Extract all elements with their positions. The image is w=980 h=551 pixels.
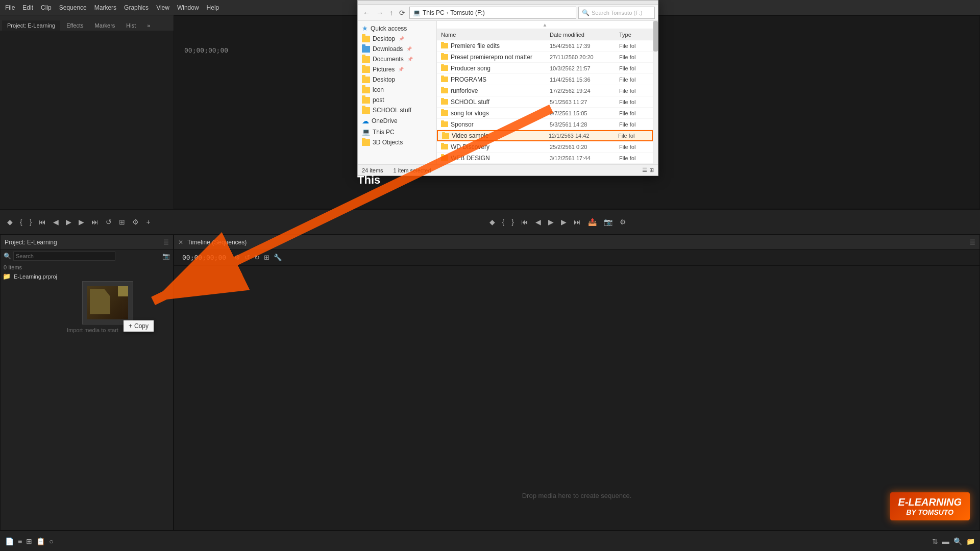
icon-view-btn[interactable]: ⊞ xyxy=(26,537,32,545)
tab-hist[interactable]: Hist xyxy=(121,20,141,31)
play-btn[interactable]: ▶ xyxy=(64,217,74,227)
meta-view-btn[interactable]: 📋 xyxy=(36,537,45,545)
forward-btn[interactable]: → xyxy=(374,8,385,18)
sidebar-item-desktop-1[interactable]: Desktop xyxy=(358,34,436,44)
step-fwd-btn[interactable]: ▶ xyxy=(77,217,86,227)
sidebar-item-pictures[interactable]: Pictures xyxy=(358,64,436,74)
safe-margin-btn[interactable]: ⊞ xyxy=(117,217,127,227)
menu-graphics[interactable]: Graphics xyxy=(124,4,149,11)
file-row-premiere-edits[interactable]: Premiere file edits 15/4/2561 17:39 File… xyxy=(437,40,653,52)
tl-tool-5[interactable]: 🔧 xyxy=(274,254,282,261)
r-mark-in-btn[interactable]: { xyxy=(500,217,507,227)
folder-icon-row xyxy=(441,65,448,71)
timeline-menu-icon[interactable]: ☰ xyxy=(970,239,975,246)
menu-sequence[interactable]: Sequence xyxy=(59,4,87,11)
menu-clip[interactable]: Clip xyxy=(41,4,52,11)
mark-out-btn[interactable]: } xyxy=(28,217,34,227)
col-type-header[interactable]: Type xyxy=(617,32,653,38)
timeline-panel: ✕ Timeline (Sequences) ☰ 00;00;00;00 ⚙ ↺… xyxy=(174,235,980,531)
tab-markers[interactable]: Markers xyxy=(90,20,120,31)
list-view-btn[interactable]: ≡ xyxy=(18,537,22,545)
sidebar-item-desktop-2[interactable]: Desktop xyxy=(358,74,436,85)
tab-expand[interactable]: » xyxy=(142,20,155,31)
close-tab-icon[interactable]: ✕ xyxy=(178,239,183,246)
view-icons-btn[interactable]: ⊞ xyxy=(649,167,654,173)
menu-markers[interactable]: Markers xyxy=(94,4,116,11)
scroll-up-indicator[interactable]: ▲ xyxy=(437,21,653,29)
file-row-programs[interactable]: PROGRAMS 11/4/2561 15:36 File fol xyxy=(437,74,653,85)
add-marker-btn[interactable]: ◆ xyxy=(5,217,15,227)
tl-tool-3[interactable]: ↻ xyxy=(254,254,260,261)
file-row-video-sample[interactable]: Video sample 12/1/2563 14:42 File fol xyxy=(437,130,653,141)
freeform-btn[interactable]: ○ xyxy=(49,537,53,545)
file-row-producer-song[interactable]: Producer song 10/3/2562 21:57 File fol xyxy=(437,63,653,74)
file-row-sponsor[interactable]: Sponsor 5/3/2561 14:28 File fol xyxy=(437,119,653,130)
file-row-web-design[interactable]: WEB DESIGN 3/12/2561 17:44 File fol xyxy=(437,153,653,164)
sidebar-item-onedrive[interactable]: ☁ OneDrive xyxy=(358,115,436,127)
col-name-header[interactable]: Name xyxy=(437,32,546,38)
r-go-next-btn[interactable]: ⏭ xyxy=(572,217,583,227)
tab-effects[interactable]: Effects xyxy=(61,20,88,31)
scroll-thumb[interactable] xyxy=(653,21,658,52)
settings-btn[interactable]: ⚙ xyxy=(130,217,141,227)
menu-file[interactable]: File xyxy=(5,4,15,11)
go-prev-btn[interactable]: ⏮ xyxy=(37,217,48,227)
refresh-btn[interactable]: ⟳ xyxy=(397,8,407,18)
add-btn[interactable]: + xyxy=(144,217,152,227)
menu-view[interactable]: View xyxy=(156,4,169,11)
folder-icon-row xyxy=(441,77,448,82)
r-go-prev-btn[interactable]: ⏮ xyxy=(519,217,530,227)
sidebar-item-documents[interactable]: Documents xyxy=(358,54,436,64)
tl-tool-4[interactable]: ⊞ xyxy=(264,254,270,261)
tl-tool-1[interactable]: ⚙ xyxy=(234,254,240,261)
camera-add-icon[interactable]: 📷 xyxy=(162,253,170,260)
menu-window[interactable]: Window xyxy=(177,4,199,11)
address-bar[interactable]: 💻 This PC › Tomsuto (F:) xyxy=(409,7,576,19)
sidebar-item-quick-access[interactable]: ★ Quick access xyxy=(358,23,436,34)
tab-project[interactable]: Project: E-Learning xyxy=(2,20,60,31)
step-back-btn[interactable]: ◀ xyxy=(51,217,61,227)
timeline-tab-label: Timeline (Sequences) xyxy=(187,239,247,246)
r-step-back-btn[interactable]: ◀ xyxy=(533,217,543,227)
file-row-runforlove[interactable]: runforlove 17/2/2562 19:24 File fol xyxy=(437,85,653,96)
file-row-wd-discovery[interactable]: WD Discovery 25/2/2561 0:20 File fol xyxy=(437,141,653,153)
breadcrumb-tomsuto[interactable]: Tomsuto (F:) xyxy=(450,9,484,16)
go-next-btn[interactable]: ⏭ xyxy=(89,217,101,227)
panel-menu-icon[interactable]: ☰ xyxy=(163,239,169,246)
file-row-school-stuff[interactable]: SCHOOL stuff 5/1/2563 11:27 File fol xyxy=(437,96,653,108)
loop-btn[interactable]: ↺ xyxy=(104,217,114,227)
file-row-song-vlogs[interactable]: song for vlogs 9/7/2561 15:05 File fol xyxy=(437,108,653,119)
sidebar-item-school[interactable]: SCHOOL stuff xyxy=(358,105,436,115)
folder-btn[interactable]: 📁 xyxy=(966,537,975,545)
r-add-marker-btn[interactable]: ◆ xyxy=(487,217,497,227)
r-step-fwd-btn[interactable]: ▶ xyxy=(559,217,569,227)
sidebar-item-downloads[interactable]: Downloads xyxy=(358,44,436,54)
tl-tool-2[interactable]: ↺ xyxy=(244,254,250,261)
col-date-header[interactable]: Date modified xyxy=(546,32,617,38)
r-settings-btn[interactable]: ⚙ xyxy=(618,217,628,227)
sort-btn[interactable]: ⇅ xyxy=(932,537,938,545)
project-search-input[interactable] xyxy=(13,252,115,261)
explorer-search-box[interactable]: 🔍 Search Tomsuto (F:) xyxy=(578,7,655,19)
file-row-preset[interactable]: Preset premierepro not matter 27/11/2560… xyxy=(437,52,653,63)
new-item-btn[interactable]: 📄 xyxy=(5,537,14,545)
sidebar-item-post[interactable]: post xyxy=(358,95,436,105)
search-btn[interactable]: 🔍 xyxy=(953,537,962,545)
sidebar-item-3d[interactable]: 3D Objects xyxy=(358,137,436,147)
r-camera-btn[interactable]: 📷 xyxy=(602,217,615,227)
menu-edit[interactable]: Edit xyxy=(22,4,33,11)
view-details-icon[interactable]: ☰ xyxy=(642,167,647,173)
breadcrumb-this-pc[interactable]: This PC xyxy=(423,9,445,16)
menu-help[interactable]: Help xyxy=(207,4,219,11)
sidebar-item-this-pc[interactable]: 💻 This PC xyxy=(358,127,436,137)
explorer-scrollbar[interactable] xyxy=(653,21,658,164)
media-thumbnail[interactable] xyxy=(82,281,133,324)
back-btn[interactable]: ← xyxy=(361,8,372,18)
mark-in-btn[interactable]: { xyxy=(18,217,24,227)
r-play-btn[interactable]: ▶ xyxy=(546,217,556,227)
scale-slider[interactable]: ▬ xyxy=(942,537,949,545)
r-export-btn[interactable]: 📤 xyxy=(586,217,599,227)
up-btn[interactable]: ↑ xyxy=(387,8,395,18)
r-mark-out-btn[interactable]: } xyxy=(509,217,516,227)
sidebar-item-icon[interactable]: icon xyxy=(358,85,436,95)
